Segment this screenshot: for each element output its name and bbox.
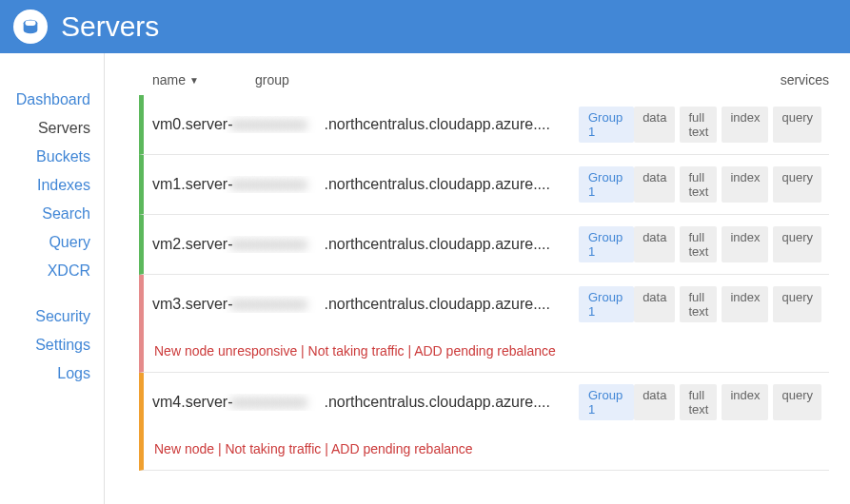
service-badge-index: index (722, 226, 768, 262)
redacted-text: xxxxxxxxxx (230, 296, 326, 313)
server-hostname: vm1.server-xxxxxxxxxx.northcentralus.clo… (152, 176, 571, 193)
service-badges: datafull textindexquery (634, 166, 821, 203)
sidebar-item-search[interactable]: Search (0, 200, 104, 228)
service-badge-data: data (634, 384, 675, 420)
column-header-group[interactable]: group (255, 72, 569, 87)
sidebar-item-indexes[interactable]: Indexes (0, 171, 104, 200)
service-badge-fulltext: full text (680, 107, 717, 143)
logo-icon (13, 10, 48, 44)
server-hostname: vm2.server-xxxxxxxxxx.northcentralus.clo… (152, 236, 571, 253)
service-badge-data: data (634, 286, 675, 322)
service-badge-fulltext: full text (680, 384, 717, 420)
column-header-name-label: name (152, 72, 186, 87)
service-badge-data: data (634, 107, 675, 143)
service-badge-data: data (634, 166, 675, 203)
service-badges: datafull textindexquery (634, 384, 821, 420)
sidebar-item-security[interactable]: Security (0, 302, 104, 331)
server-hostname: vm0.server-xxxxxxxxxx.northcentralus.clo… (152, 116, 571, 133)
sidebar: Dashboard Servers Buckets Indexes Search… (0, 53, 105, 504)
server-row[interactable]: vm4.server-xxxxxxxxxx.northcentralus.clo… (139, 373, 829, 471)
service-badge-data: data (634, 226, 675, 262)
redacted-text: xxxxxxxxxx (230, 236, 326, 253)
page-title: Servers (61, 10, 159, 43)
app-header: Servers (0, 0, 850, 53)
service-badge-fulltext: full text (680, 226, 717, 262)
sidebar-item-servers[interactable]: Servers (0, 114, 104, 143)
sidebar-item-query[interactable]: Query (0, 228, 104, 257)
service-badges: datafull textindexquery (634, 107, 821, 143)
service-badge-fulltext: full text (680, 166, 717, 203)
sidebar-item-settings[interactable]: Settings (0, 331, 104, 359)
sort-caret-icon: ▼ (189, 75, 199, 86)
group-badge[interactable]: Group 1 (579, 166, 634, 203)
group-badge[interactable]: Group 1 (579, 384, 634, 420)
service-badges: datafull textindexquery (634, 226, 821, 262)
service-badge-query: query (773, 166, 821, 203)
service-badge-query: query (773, 107, 821, 143)
column-header-name[interactable]: name ▼ (152, 72, 255, 87)
sidebar-item-xdcr[interactable]: XDCR (0, 257, 104, 285)
server-hostname: vm4.server-xxxxxxxxxx.northcentralus.clo… (152, 394, 571, 411)
server-row[interactable]: vm0.server-xxxxxxxxxx.northcentralus.clo… (139, 95, 829, 155)
server-row[interactable]: vm3.server-xxxxxxxxxx.northcentralus.clo… (139, 275, 829, 373)
redacted-text: xxxxxxxxxx (230, 116, 326, 133)
column-headers: name ▼ group services (139, 72, 829, 87)
service-badge-index: index (722, 107, 768, 143)
column-header-services[interactable]: services (773, 72, 829, 87)
service-badge-index: index (722, 166, 768, 203)
sidebar-item-buckets[interactable]: Buckets (0, 143, 104, 171)
server-status-message: New node | Not taking traffic | ADD pend… (152, 432, 821, 470)
service-badge-index: index (722, 286, 768, 322)
server-hostname: vm3.server-xxxxxxxxxx.northcentralus.clo… (152, 296, 571, 313)
service-badge-fulltext: full text (680, 286, 717, 322)
svg-rect-0 (26, 21, 36, 26)
server-row[interactable]: vm1.server-xxxxxxxxxx.northcentralus.clo… (139, 155, 829, 215)
group-badge[interactable]: Group 1 (579, 226, 634, 262)
service-badge-query: query (773, 226, 821, 262)
server-status-message: New node unresponsive | Not taking traff… (152, 334, 821, 372)
redacted-text: xxxxxxxxxx (230, 394, 326, 411)
main-content: name ▼ group services vm0.server-xxxxxxx… (105, 53, 850, 504)
sidebar-item-logs[interactable]: Logs (0, 359, 104, 388)
service-badge-index: index (722, 384, 768, 420)
redacted-text: xxxxxxxxxx (230, 176, 326, 193)
service-badge-query: query (773, 286, 821, 322)
server-row[interactable]: vm2.server-xxxxxxxxxx.northcentralus.clo… (139, 215, 829, 275)
group-badge[interactable]: Group 1 (579, 286, 634, 322)
group-badge[interactable]: Group 1 (579, 107, 634, 143)
service-badges: datafull textindexquery (634, 286, 821, 322)
sidebar-item-dashboard[interactable]: Dashboard (0, 86, 104, 114)
service-badge-query: query (773, 384, 821, 420)
